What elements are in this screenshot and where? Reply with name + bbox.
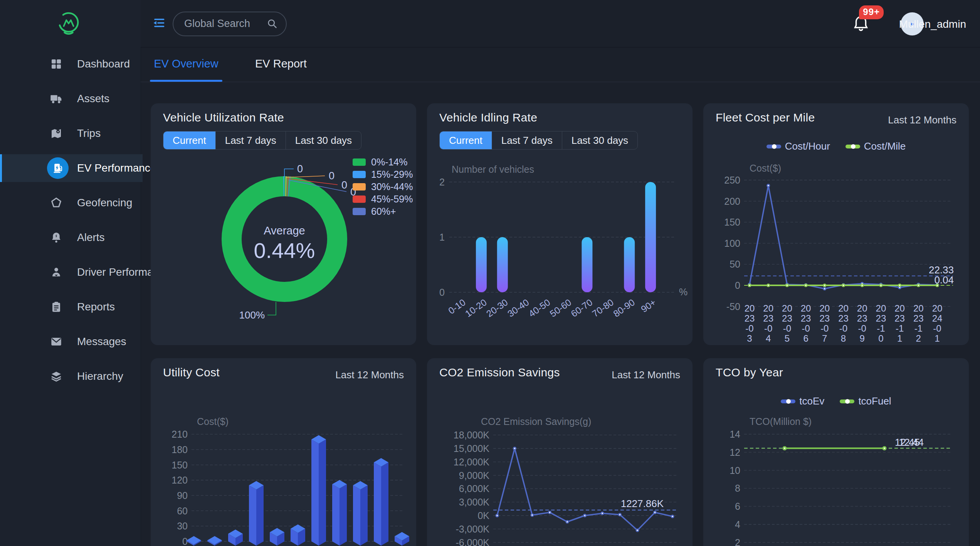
svg-text:20: 20	[857, 303, 867, 313]
svg-text:20: 20	[745, 303, 755, 313]
sidebar-item-label: Dashboard	[77, 58, 130, 70]
svg-text:TCO(Million $): TCO(Million $)	[750, 416, 812, 427]
tab-ev-report[interactable]: EV Report	[255, 47, 307, 82]
svg-text:0: 0	[341, 179, 347, 191]
card-tco-by-year: TCO by Year tcoEv tcoFuel TCO(Million $)…	[703, 358, 969, 546]
svg-text:9,000K: 9,000K	[459, 470, 490, 481]
svg-text:23: 23	[782, 313, 792, 324]
svg-text:0: 0	[297, 163, 303, 175]
svg-text:6,000K: 6,000K	[459, 483, 490, 494]
svg-text:90+: 90+	[639, 297, 658, 314]
sidebar-item-trips[interactable]: Trips	[0, 120, 141, 147]
legend-label: 0%-14%	[371, 157, 408, 168]
tab-ev-overview[interactable]: EV Overview	[150, 47, 222, 82]
legend-swatch	[353, 183, 366, 190]
search-icon[interactable]	[267, 18, 277, 29]
svg-text:8: 8	[735, 483, 740, 494]
tab-label: EV Report	[255, 57, 307, 70]
legend-swatch	[353, 195, 366, 203]
svg-text:1: 1	[935, 333, 940, 344]
layers-icon	[50, 370, 62, 383]
geofence-pentagon-icon	[50, 197, 62, 209]
dashboard-content: Vehicle Utilization Rate Current Last 7 …	[141, 82, 980, 546]
svg-text:210: 210	[171, 429, 188, 440]
username: Mullen_admin	[899, 18, 966, 30]
sidebar: Dashboard Assets Trips EV	[0, 0, 141, 546]
clipboard-icon	[50, 301, 62, 313]
utility-cost-bar-chart: Cost($)2101801501209060300	[151, 358, 416, 546]
sidebar-item-alerts[interactable]: Alerts	[0, 224, 141, 251]
sidebar-item-messages[interactable]: Messages	[0, 328, 141, 356]
svg-text:10-20: 10-20	[463, 297, 489, 319]
svg-text:70-80: 70-80	[590, 297, 615, 319]
svg-text:100%: 100%	[239, 309, 265, 321]
legend-item[interactable]: 45%-59%	[353, 193, 413, 205]
sidebar-item-dashboard[interactable]: Dashboard	[0, 50, 141, 78]
svg-text:0K: 0K	[477, 510, 489, 521]
co2-line-chart: CO2 Emission Savings(g)18,000K15,000K12,…	[427, 358, 693, 546]
svg-text:23: 23	[894, 313, 905, 324]
svg-text:30-40: 30-40	[506, 297, 531, 319]
legend-item[interactable]: 60%+	[353, 205, 413, 217]
search-input[interactable]	[183, 12, 262, 35]
sidebar-item-driver-performance[interactable]: Driver Performance	[0, 258, 141, 286]
svg-text:2: 2	[439, 177, 445, 187]
svg-text:20: 20	[763, 303, 773, 313]
svg-text:20: 20	[876, 303, 886, 313]
svg-text:2: 2	[916, 333, 921, 344]
svg-text:-0: -0	[858, 323, 866, 334]
legend-item[interactable]: 0%-14%	[353, 156, 413, 168]
svg-text:0: 0	[735, 280, 740, 291]
svg-text:120: 120	[171, 475, 188, 485]
svg-text:%: %	[679, 286, 688, 297]
svg-text:-6,000K: -6,000K	[456, 537, 489, 546]
card-vehicle-idling-rate: Vehicle Idling Rate Current Last 7 days …	[427, 103, 693, 345]
driver-icon	[50, 266, 62, 278]
svg-text:0-10: 0-10	[446, 297, 467, 316]
svg-text:23: 23	[819, 313, 830, 324]
svg-text:-1: -1	[914, 323, 923, 334]
svg-text:200: 200	[724, 196, 740, 207]
svg-text:30: 30	[177, 521, 188, 531]
tab-label: EV Overview	[154, 57, 219, 70]
legend-label: 45%-59%	[371, 194, 413, 205]
svg-text:9: 9	[860, 333, 865, 344]
sidebar-item-ev-performance[interactable]: EV Performance	[0, 154, 143, 182]
fleet-cost-line-chart: Cost($)250200150100500-502023-032023-042…	[703, 103, 969, 345]
svg-text:6: 6	[735, 501, 740, 512]
svg-text:24: 24	[932, 313, 943, 324]
legend-item[interactable]: 15%-29%	[353, 168, 413, 180]
sidebar-item-reports[interactable]: Reports	[0, 293, 141, 321]
svg-text:4: 4	[735, 519, 740, 530]
notification-count-badge: 99+	[859, 5, 884, 19]
menu-collapse-icon[interactable]	[152, 17, 165, 29]
svg-text:6: 6	[803, 333, 808, 344]
svg-text:20: 20	[913, 303, 924, 313]
global-search	[173, 12, 287, 36]
sidebar-item-assets[interactable]: Assets	[0, 85, 141, 113]
svg-text:23: 23	[801, 313, 811, 324]
ev-dashboard-app: Dashboard Assets Trips EV	[0, 0, 980, 546]
svg-text:-0: -0	[802, 323, 810, 334]
sidebar-item-geofencing[interactable]: Geofencing	[0, 189, 141, 217]
svg-text:0: 0	[439, 287, 445, 298]
svg-text:23: 23	[838, 313, 849, 324]
legend-item[interactable]: 30%-44%	[353, 180, 413, 193]
sidebar-item-hierarchy[interactable]: Hierarchy	[0, 362, 141, 390]
svg-text:0.04: 0.04	[934, 274, 954, 286]
card-fleet-cost-per-mile: Fleet Cost per Mile Last 12 Months Cost/…	[703, 103, 969, 345]
brand-logo-icon[interactable]	[57, 11, 81, 35]
card-utility-cost: Utility Cost Last 12 Months Cost($)21018…	[151, 358, 416, 546]
svg-text:100: 100	[724, 238, 740, 249]
svg-text:20: 20	[819, 303, 830, 313]
svg-text:12,000K: 12,000K	[454, 457, 489, 467]
svg-text:Average: Average	[264, 224, 305, 237]
svg-text:23: 23	[876, 313, 886, 324]
svg-text:20: 20	[801, 303, 811, 313]
svg-text:Cost($): Cost($)	[197, 416, 229, 427]
svg-text:150: 150	[171, 460, 188, 470]
tab-bar: EV Overview EV Report	[141, 47, 980, 82]
svg-text:1227.86K: 1227.86K	[621, 498, 664, 509]
svg-text:90: 90	[177, 490, 188, 501]
sidebar-item-label: Assets	[77, 93, 109, 105]
